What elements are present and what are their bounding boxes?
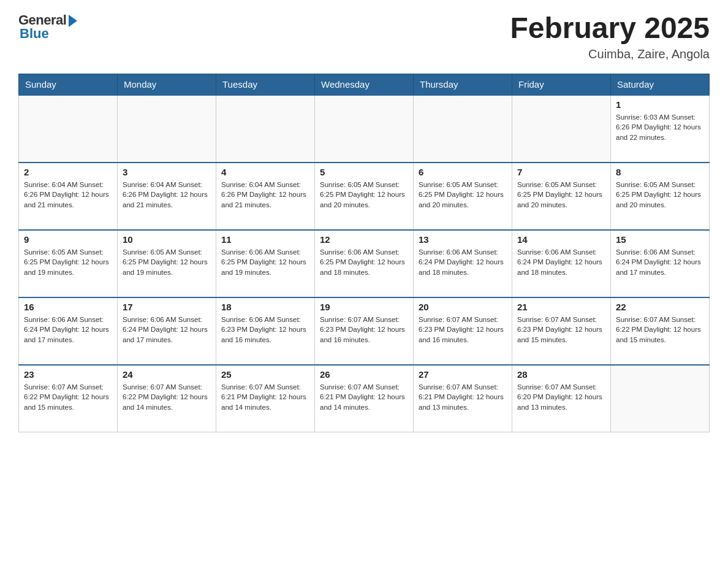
weekday-header-monday: Monday [118, 74, 216, 95]
day-number: 22 [616, 302, 704, 312]
logo: General Blue [18, 12, 77, 42]
day-number: 18 [221, 302, 309, 312]
day-number: 13 [419, 234, 507, 245]
weekday-header-saturday: Saturday [611, 74, 710, 95]
calendar-cell [118, 95, 216, 163]
day-number: 12 [320, 234, 408, 245]
calendar-week-row: 9Sunrise: 6:05 AM Sunset: 6:25 PM Daylig… [19, 230, 710, 297]
weekday-header-friday: Friday [512, 74, 611, 95]
weekday-header-thursday: Thursday [414, 74, 512, 95]
calendar-cell: 2Sunrise: 6:04 AM Sunset: 6:26 PM Daylig… [19, 163, 118, 230]
day-number: 21 [517, 302, 605, 312]
day-number: 6 [419, 167, 507, 177]
calendar-cell: 10Sunrise: 6:05 AM Sunset: 6:25 PM Dayli… [118, 230, 216, 297]
day-info: Sunrise: 6:05 AM Sunset: 6:25 PM Dayligh… [123, 247, 211, 278]
day-number: 8 [616, 167, 704, 177]
calendar-cell: 13Sunrise: 6:06 AM Sunset: 6:24 PM Dayli… [414, 230, 512, 297]
day-number: 25 [221, 369, 309, 380]
calendar-cell: 5Sunrise: 6:05 AM Sunset: 6:25 PM Daylig… [315, 163, 414, 230]
day-number: 15 [616, 234, 704, 245]
calendar-cell: 26Sunrise: 6:07 AM Sunset: 6:21 PM Dayli… [315, 365, 414, 432]
calendar-cell: 16Sunrise: 6:06 AM Sunset: 6:24 PM Dayli… [19, 297, 118, 365]
calendar-cell: 22Sunrise: 6:07 AM Sunset: 6:22 PM Dayli… [611, 297, 710, 365]
day-info: Sunrise: 6:06 AM Sunset: 6:24 PM Dayligh… [123, 315, 211, 345]
calendar-cell: 27Sunrise: 6:07 AM Sunset: 6:21 PM Dayli… [414, 365, 512, 432]
calendar-cell: 25Sunrise: 6:07 AM Sunset: 6:21 PM Dayli… [216, 365, 315, 432]
day-number: 5 [320, 167, 408, 177]
day-info: Sunrise: 6:07 AM Sunset: 6:21 PM Dayligh… [419, 382, 507, 413]
calendar-cell [414, 95, 512, 163]
calendar-week-row: 16Sunrise: 6:06 AM Sunset: 6:24 PM Dayli… [19, 297, 710, 365]
calendar-cell: 20Sunrise: 6:07 AM Sunset: 6:23 PM Dayli… [414, 297, 512, 365]
calendar-week-row: 23Sunrise: 6:07 AM Sunset: 6:22 PM Dayli… [19, 365, 710, 432]
title-block: February 2025 Cuimba, Zaire, Angola [510, 12, 710, 61]
day-number: 28 [517, 369, 605, 380]
month-year-title: February 2025 [510, 12, 710, 45]
calendar-cell: 14Sunrise: 6:06 AM Sunset: 6:24 PM Dayli… [512, 230, 611, 297]
calendar-cell: 12Sunrise: 6:06 AM Sunset: 6:25 PM Dayli… [315, 230, 414, 297]
weekday-header-sunday: Sunday [19, 74, 118, 95]
calendar-cell [216, 95, 315, 163]
day-number: 11 [221, 234, 309, 245]
calendar-body: 1Sunrise: 6:03 AM Sunset: 6:26 PM Daylig… [19, 95, 710, 432]
calendar-cell: 18Sunrise: 6:06 AM Sunset: 6:23 PM Dayli… [216, 297, 315, 365]
day-info: Sunrise: 6:07 AM Sunset: 6:23 PM Dayligh… [320, 315, 408, 345]
day-number: 3 [123, 167, 211, 177]
day-info: Sunrise: 6:06 AM Sunset: 6:23 PM Dayligh… [221, 315, 309, 345]
day-info: Sunrise: 6:06 AM Sunset: 6:25 PM Dayligh… [221, 247, 309, 278]
calendar-cell: 19Sunrise: 6:07 AM Sunset: 6:23 PM Dayli… [315, 297, 414, 365]
calendar-cell: 24Sunrise: 6:07 AM Sunset: 6:22 PM Dayli… [118, 365, 216, 432]
day-info: Sunrise: 6:03 AM Sunset: 6:26 PM Dayligh… [616, 112, 704, 143]
day-info: Sunrise: 6:05 AM Sunset: 6:25 PM Dayligh… [419, 180, 507, 210]
day-info: Sunrise: 6:06 AM Sunset: 6:24 PM Dayligh… [517, 247, 605, 278]
calendar-cell: 17Sunrise: 6:06 AM Sunset: 6:24 PM Dayli… [118, 297, 216, 365]
calendar-cell: 23Sunrise: 6:07 AM Sunset: 6:22 PM Dayli… [19, 365, 118, 432]
location-subtitle: Cuimba, Zaire, Angola [510, 47, 710, 61]
calendar-cell: 21Sunrise: 6:07 AM Sunset: 6:23 PM Dayli… [512, 297, 611, 365]
calendar-cell: 1Sunrise: 6:03 AM Sunset: 6:26 PM Daylig… [611, 95, 710, 163]
calendar-cell: 3Sunrise: 6:04 AM Sunset: 6:26 PM Daylig… [118, 163, 216, 230]
day-number: 17 [123, 302, 211, 312]
calendar-header: SundayMondayTuesdayWednesdayThursdayFrid… [19, 74, 710, 95]
day-info: Sunrise: 6:06 AM Sunset: 6:24 PM Dayligh… [24, 315, 112, 345]
weekday-header-tuesday: Tuesday [216, 74, 315, 95]
calendar-cell: 9Sunrise: 6:05 AM Sunset: 6:25 PM Daylig… [19, 230, 118, 297]
day-info: Sunrise: 6:05 AM Sunset: 6:25 PM Dayligh… [24, 247, 112, 278]
day-info: Sunrise: 6:07 AM Sunset: 6:21 PM Dayligh… [320, 382, 408, 413]
day-number: 20 [419, 302, 507, 312]
day-info: Sunrise: 6:06 AM Sunset: 6:24 PM Dayligh… [616, 247, 704, 278]
calendar-cell: 6Sunrise: 6:05 AM Sunset: 6:25 PM Daylig… [414, 163, 512, 230]
calendar-week-row: 2Sunrise: 6:04 AM Sunset: 6:26 PM Daylig… [19, 163, 710, 230]
day-number: 4 [221, 167, 309, 177]
day-number: 14 [517, 234, 605, 245]
day-info: Sunrise: 6:07 AM Sunset: 6:20 PM Dayligh… [517, 382, 605, 413]
day-info: Sunrise: 6:04 AM Sunset: 6:26 PM Dayligh… [221, 180, 309, 210]
day-info: Sunrise: 6:06 AM Sunset: 6:25 PM Dayligh… [320, 247, 408, 278]
day-info: Sunrise: 6:04 AM Sunset: 6:26 PM Dayligh… [123, 180, 211, 210]
day-info: Sunrise: 6:05 AM Sunset: 6:25 PM Dayligh… [320, 180, 408, 210]
calendar-cell: 11Sunrise: 6:06 AM Sunset: 6:25 PM Dayli… [216, 230, 315, 297]
calendar-cell: 4Sunrise: 6:04 AM Sunset: 6:26 PM Daylig… [216, 163, 315, 230]
calendar-table: SundayMondayTuesdayWednesdayThursdayFrid… [18, 74, 710, 433]
day-info: Sunrise: 6:05 AM Sunset: 6:25 PM Dayligh… [616, 180, 704, 210]
day-number: 26 [320, 369, 408, 380]
calendar-week-row: 1Sunrise: 6:03 AM Sunset: 6:26 PM Daylig… [19, 95, 710, 163]
day-info: Sunrise: 6:04 AM Sunset: 6:26 PM Dayligh… [24, 180, 112, 210]
page-header: General Blue February 2025 Cuimba, Zaire… [18, 12, 710, 61]
calendar-cell: 7Sunrise: 6:05 AM Sunset: 6:25 PM Daylig… [512, 163, 611, 230]
day-number: 16 [24, 302, 112, 312]
weekday-header-row: SundayMondayTuesdayWednesdayThursdayFrid… [19, 74, 710, 95]
day-number: 27 [419, 369, 507, 380]
calendar-cell: 15Sunrise: 6:06 AM Sunset: 6:24 PM Dayli… [611, 230, 710, 297]
day-number: 9 [24, 234, 112, 245]
calendar-cell [512, 95, 611, 163]
logo-blue-text: Blue [20, 26, 49, 42]
day-info: Sunrise: 6:07 AM Sunset: 6:23 PM Dayligh… [517, 315, 605, 345]
day-number: 2 [24, 167, 112, 177]
day-number: 23 [24, 369, 112, 380]
day-number: 10 [123, 234, 211, 245]
calendar-cell: 8Sunrise: 6:05 AM Sunset: 6:25 PM Daylig… [611, 163, 710, 230]
day-info: Sunrise: 6:06 AM Sunset: 6:24 PM Dayligh… [419, 247, 507, 278]
day-info: Sunrise: 6:07 AM Sunset: 6:22 PM Dayligh… [24, 382, 112, 413]
calendar-cell [315, 95, 414, 163]
